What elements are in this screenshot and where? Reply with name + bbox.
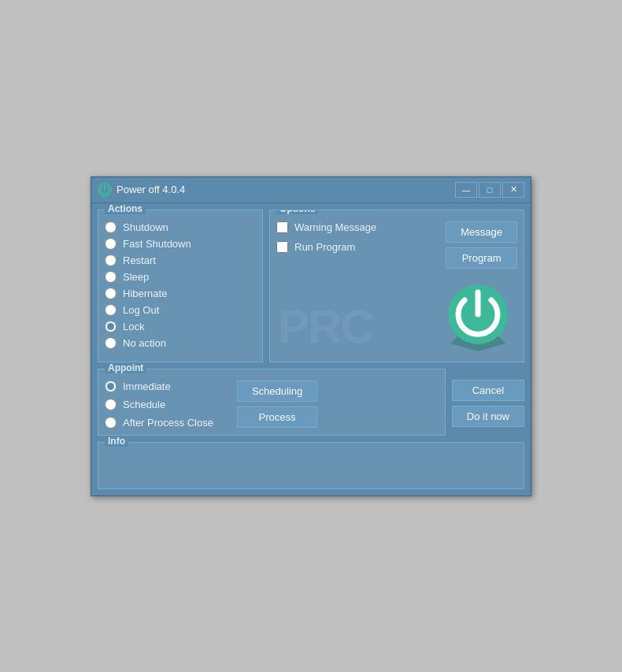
warning-message-option[interactable]: Warning Message bbox=[276, 221, 376, 233]
action-shutdown[interactable]: Shutdown bbox=[105, 221, 256, 233]
actions-panel: Actions Shutdown Fast Shutdown Restart bbox=[98, 210, 263, 362]
action-shutdown-radio[interactable] bbox=[105, 221, 117, 233]
action-restart-label: Restart bbox=[123, 254, 156, 266]
action-fast-shutdown-label: Fast Shutdown bbox=[123, 238, 191, 250]
appoint-right-actions: Cancel Do it now bbox=[452, 369, 524, 436]
action-hibernate[interactable]: Hibernate bbox=[105, 288, 256, 299]
power-icon bbox=[439, 277, 517, 355]
options-legend: Options bbox=[276, 210, 318, 214]
action-log-out-label: Log Out bbox=[123, 304, 159, 316]
appoint-legend: Appoint bbox=[105, 362, 146, 373]
action-hibernate-label: Hibernate bbox=[123, 288, 167, 299]
do-it-now-button[interactable]: Do it now bbox=[452, 406, 524, 427]
actions-legend: Actions bbox=[105, 203, 146, 214]
scheduling-button[interactable]: Scheduling bbox=[237, 381, 317, 402]
action-sleep-label: Sleep bbox=[123, 271, 149, 283]
action-sleep-radio[interactable] bbox=[105, 271, 117, 283]
power-icon-area bbox=[276, 277, 517, 355]
appoint-after-process[interactable]: After Process Close bbox=[105, 417, 213, 429]
close-button[interactable]: ✕ bbox=[502, 182, 524, 198]
appoint-immediate-radio[interactable] bbox=[105, 381, 117, 392]
appoint-radios: Immediate Schedule After Process Close bbox=[105, 381, 213, 429]
action-lock-radio[interactable] bbox=[105, 321, 117, 332]
action-no-action[interactable]: No action bbox=[105, 337, 256, 349]
action-lock-label: Lock bbox=[123, 321, 144, 332]
run-program-option[interactable]: Run Program bbox=[276, 241, 376, 253]
appoint-schedule-radio[interactable] bbox=[105, 399, 117, 410]
main-content: Actions Shutdown Fast Shutdown Restart bbox=[91, 203, 531, 496]
bottom-section: Appoint Immediate Schedule A bbox=[98, 369, 524, 436]
warning-message-checkbox[interactable] bbox=[276, 221, 288, 233]
minimize-button[interactable]: — bbox=[455, 182, 477, 198]
appoint-after-process-radio[interactable] bbox=[105, 417, 117, 429]
action-log-out[interactable]: Log Out bbox=[105, 304, 256, 316]
cancel-button[interactable]: Cancel bbox=[452, 380, 524, 401]
warning-message-label: Warning Message bbox=[294, 221, 376, 233]
action-shutdown-label: Shutdown bbox=[123, 221, 168, 233]
process-button[interactable]: Process bbox=[237, 407, 317, 428]
options-panel: Options PRC Warning Message Run Program bbox=[269, 210, 524, 362]
info-panel: Info bbox=[98, 442, 524, 489]
action-no-action-radio[interactable] bbox=[105, 337, 117, 349]
actions-radio-group: Shutdown Fast Shutdown Restart Sleep bbox=[105, 221, 256, 349]
run-program-checkbox[interactable] bbox=[276, 241, 288, 253]
top-row: Actions Shutdown Fast Shutdown Restart bbox=[98, 210, 524, 362]
action-sleep[interactable]: Sleep bbox=[105, 271, 256, 283]
appoint-after-process-label: After Process Close bbox=[123, 417, 213, 429]
appoint-inner: Immediate Schedule After Process Close S… bbox=[105, 381, 439, 429]
action-lock[interactable]: Lock bbox=[105, 321, 256, 332]
main-window: Power off 4.0.4 — □ ✕ Actions Shutdown bbox=[91, 176, 531, 496]
options-checkboxes: Warning Message Run Program bbox=[276, 221, 376, 269]
action-restart[interactable]: Restart bbox=[105, 254, 256, 266]
maximize-button[interactable]: □ bbox=[479, 182, 501, 198]
app-icon bbox=[98, 183, 112, 197]
appoint-schedule[interactable]: Schedule bbox=[105, 399, 213, 410]
info-legend: Info bbox=[105, 436, 128, 447]
window-controls: — □ ✕ bbox=[455, 182, 524, 198]
appoint-center-buttons: Scheduling Process bbox=[237, 381, 317, 428]
action-restart-radio[interactable] bbox=[105, 254, 117, 266]
message-button[interactable]: Message bbox=[446, 221, 517, 243]
options-buttons: Message Program bbox=[446, 221, 517, 269]
appoint-schedule-label: Schedule bbox=[123, 399, 165, 410]
appoint-panel: Appoint Immediate Schedule A bbox=[98, 369, 446, 436]
action-fast-shutdown[interactable]: Fast Shutdown bbox=[105, 238, 256, 250]
action-fast-shutdown-radio[interactable] bbox=[105, 238, 117, 250]
appoint-immediate[interactable]: Immediate bbox=[105, 381, 213, 392]
options-top: Warning Message Run Program Message Prog… bbox=[276, 221, 517, 269]
program-button[interactable]: Program bbox=[446, 247, 517, 269]
appoint-immediate-label: Immediate bbox=[123, 381, 171, 392]
action-no-action-label: No action bbox=[123, 337, 166, 349]
window-title: Power off 4.0.4 bbox=[117, 184, 450, 195]
titlebar: Power off 4.0.4 — □ ✕ bbox=[91, 177, 531, 203]
action-hibernate-radio[interactable] bbox=[105, 288, 117, 299]
action-log-out-radio[interactable] bbox=[105, 304, 117, 316]
run-program-label: Run Program bbox=[294, 241, 355, 253]
